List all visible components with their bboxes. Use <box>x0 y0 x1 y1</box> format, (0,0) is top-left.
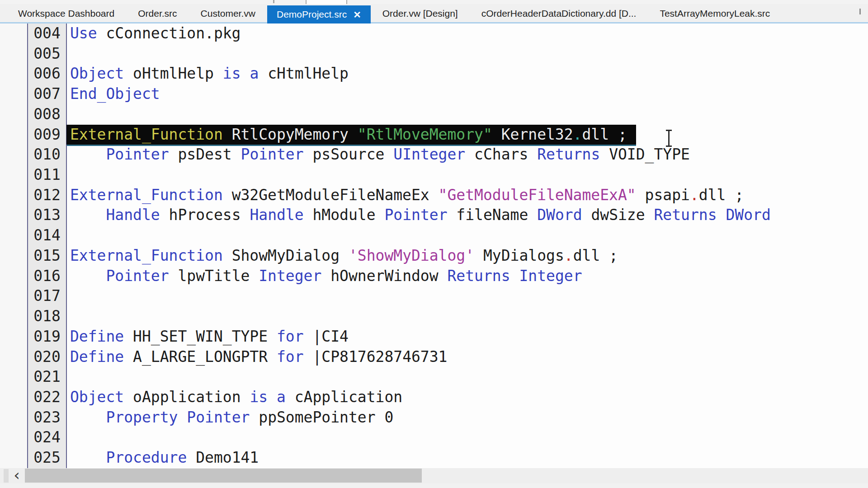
code-token: Pointer <box>106 267 169 285</box>
line-number: 021 <box>27 367 67 387</box>
code-token: End_Object <box>70 85 160 103</box>
code-token: Define <box>70 328 124 345</box>
line-number: 023 <box>27 408 67 428</box>
horizontal-scrollbar[interactable]: ‹ <box>0 468 868 483</box>
code-text[interactable]: Define HH_SET_WIN_TYPE for |CI4 <box>67 327 868 347</box>
code-text[interactable] <box>67 44 868 64</box>
code-line: 023 Property Pointer ppSomePointer 0 <box>27 408 868 428</box>
code-text[interactable]: Object oApplication is a cApplication <box>67 387 868 408</box>
code-token: "RtlMoveMemory" <box>358 126 492 143</box>
code-text[interactable]: Pointer psDest Pointer psSource UInteger… <box>67 145 868 165</box>
tab-label: Workspace Dashboard <box>18 8 114 19</box>
tab-corderheaderdatadictionary-dd-d[interactable]: cOrderHeaderDataDictionary.dd [D... <box>470 4 648 23</box>
code-line: 004Use cConnection.pkg <box>27 23 868 44</box>
code-text[interactable] <box>67 367 868 387</box>
code-token: Returns <box>537 145 600 163</box>
code-token: hProcess <box>160 206 250 224</box>
code-token: Procedure <box>106 449 187 466</box>
code-text[interactable]: Object oHtmlHelp is a cHtmlHelp <box>67 64 868 84</box>
code-token: cApplication <box>286 388 402 406</box>
scroll-left-icon[interactable]: ‹ <box>11 468 23 483</box>
code-token <box>717 206 726 224</box>
code-line: 010 Pointer psDest Pointer psSource UInt… <box>27 145 868 165</box>
code-text[interactable]: End_Object <box>67 84 868 104</box>
code-token: UInteger <box>393 145 465 163</box>
tab-testarraymemoryleak-src[interactable]: TestArrayMemoryLeak.src <box>648 4 782 23</box>
code-token: Kernel32 <box>492 126 573 143</box>
code-line: 011 <box>27 165 868 185</box>
code-token: Pointer <box>106 145 169 163</box>
code-token: oHtmlHelp <box>124 65 223 82</box>
top-tick <box>273 0 274 3</box>
code-token: for <box>277 328 304 345</box>
code-text[interactable]: Pointer lpwTitle Integer hOwnerWindow Re… <box>67 266 868 286</box>
code-token: External_Function <box>70 126 223 143</box>
code-token: Property <box>106 408 178 426</box>
line-number: 006 <box>27 64 67 84</box>
close-icon[interactable]: ✕ <box>353 10 361 19</box>
code-token <box>510 267 519 285</box>
line-number: 019 <box>27 327 67 347</box>
horizontal-scrollbar-thumb[interactable] <box>25 469 422 483</box>
tab-label: Customer.vw <box>201 8 255 19</box>
code-line: 012External_Function w32GetModuleFileNam… <box>27 185 868 206</box>
code-token: RtlCopyMemory <box>223 126 358 143</box>
line-number: 020 <box>27 347 67 367</box>
code-token: |CP817628746731 <box>304 348 448 366</box>
line-number: 008 <box>27 104 67 125</box>
tab-demoproject-src[interactable]: DemoProject.src✕ <box>267 5 371 23</box>
tab-order-src[interactable]: Order.src <box>126 4 189 23</box>
code-text[interactable] <box>67 225 868 246</box>
line-number: 014 <box>27 225 67 246</box>
code-text[interactable] <box>67 306 868 327</box>
code-token: a <box>250 65 259 82</box>
code-token <box>268 388 277 406</box>
code-text[interactable] <box>67 104 868 125</box>
tab-bar: Workspace DashboardOrder.srcCustomer.vwD… <box>0 4 868 23</box>
code-token: is <box>250 388 268 406</box>
line-number: 005 <box>27 44 67 64</box>
line-number: 016 <box>27 266 67 286</box>
code-token: cChars <box>465 145 537 163</box>
tab-label: Order.src <box>138 8 177 19</box>
code-token: dll ; <box>699 186 744 204</box>
code-text[interactable]: Use cConnection.pkg <box>67 23 868 44</box>
code-token: psapi <box>636 186 690 204</box>
code-token: DWord <box>726 206 770 224</box>
tab-overflow-mark <box>859 9 861 14</box>
code-text[interactable]: Procedure Demo141 <box>67 448 868 468</box>
line-number: 024 <box>27 427 67 448</box>
code-line: 019Define HH_SET_WIN_TYPE for |CI4 <box>27 327 868 347</box>
code-text[interactable]: External_Function ShowMyDialog 'ShowMyDi… <box>67 246 868 266</box>
line-number: 013 <box>27 205 67 225</box>
code-token: VOID_TYPE <box>600 145 690 163</box>
code-text[interactable] <box>67 165 868 185</box>
code-line: 022Object oApplication is a cApplication <box>27 387 868 408</box>
code-token: w32GetModuleFileNameEx <box>223 186 439 204</box>
code-editor[interactable]: 004Use cConnection.pkg005006Object oHtml… <box>0 23 868 468</box>
code-token: Integer <box>259 267 321 285</box>
code-text[interactable] <box>67 286 868 306</box>
tab-order-vw-design[interactable]: Order.vw [Design] <box>371 4 470 23</box>
code-token <box>70 408 106 426</box>
code-token: psSource <box>304 145 394 163</box>
code-text[interactable]: Handle hProcess Handle hModule Pointer f… <box>67 205 868 225</box>
tab-label: DemoProject.src <box>277 9 347 20</box>
tab-label: TestArrayMemoryLeak.src <box>660 8 770 19</box>
code-token: |CI4 <box>304 328 349 345</box>
code-text[interactable]: Define A_LARGE_LONGPTR for |CP8176287467… <box>67 347 868 367</box>
code-line: 024 <box>27 427 868 448</box>
code-token: HH_SET_WIN_TYPE <box>124 328 277 345</box>
code-text[interactable]: External_Function w32GetModuleFileNameEx… <box>67 185 868 206</box>
line-number: 017 <box>27 286 67 306</box>
line-number: 011 <box>27 165 67 185</box>
tab-workspace-dashboard[interactable]: Workspace Dashboard <box>6 4 126 23</box>
code-token: dll ; <box>573 247 618 264</box>
splitter-grip[interactable] <box>4 469 9 483</box>
code-text[interactable]: Property Pointer ppSomePointer 0 <box>67 408 868 428</box>
window-bottom-strip <box>0 483 868 488</box>
line-number: 007 <box>27 84 67 104</box>
tab-customer-vw[interactable]: Customer.vw <box>189 4 267 23</box>
code-text[interactable] <box>67 427 868 448</box>
code-text[interactable]: External_Function RtlCopyMemory "RtlMove… <box>67 125 868 145</box>
